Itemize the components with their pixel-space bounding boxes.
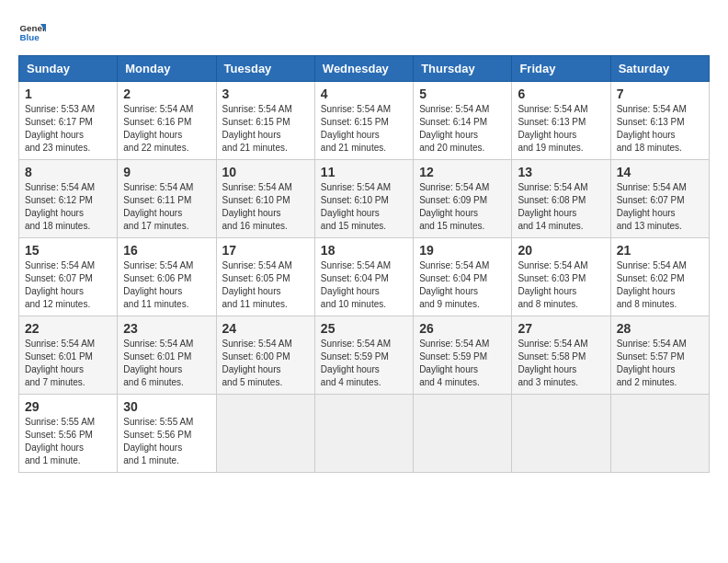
day-info: Sunrise: 5:54 AMSunset: 6:16 PMDaylight …	[123, 104, 193, 153]
calendar-cell: 16Sunrise: 5:54 AMSunset: 6:06 PMDayligh…	[118, 238, 216, 316]
day-number: 10	[222, 165, 309, 179]
day-number: 17	[222, 243, 309, 258]
day-info: Sunrise: 5:54 AMSunset: 6:07 PMDaylight …	[617, 182, 687, 231]
day-info: Sunrise: 5:54 AMSunset: 6:01 PMDaylight …	[123, 339, 193, 387]
calendar-cell: 2Sunrise: 5:54 AMSunset: 6:16 PMDaylight…	[118, 82, 216, 160]
calendar-cell	[314, 395, 413, 473]
day-info: Sunrise: 5:55 AMSunset: 5:56 PMDaylight …	[25, 417, 95, 465]
day-info: Sunrise: 5:54 AMSunset: 6:00 PMDaylight …	[222, 339, 292, 387]
day-info: Sunrise: 5:54 AMSunset: 6:02 PMDaylight …	[617, 260, 687, 309]
calendar-week-2: 8Sunrise: 5:54 AMSunset: 6:12 PMDaylight…	[19, 160, 710, 238]
day-number: 20	[518, 243, 604, 258]
calendar-cell: 18Sunrise: 5:54 AMSunset: 6:04 PMDayligh…	[314, 238, 413, 316]
day-info: Sunrise: 5:54 AMSunset: 5:59 PMDaylight …	[321, 339, 391, 387]
calendar-cell: 7Sunrise: 5:54 AMSunset: 6:13 PMDaylight…	[610, 82, 709, 160]
calendar-cell: 14Sunrise: 5:54 AMSunset: 6:07 PMDayligh…	[610, 160, 709, 238]
day-header-wednesday: Wednesday	[314, 56, 413, 82]
day-info: Sunrise: 5:54 AMSunset: 6:14 PMDaylight …	[419, 104, 489, 153]
day-info: Sunrise: 5:55 AMSunset: 5:56 PMDaylight …	[123, 417, 193, 465]
calendar-week-4: 22Sunrise: 5:54 AMSunset: 6:01 PMDayligh…	[19, 316, 710, 395]
calendar-cell: 19Sunrise: 5:54 AMSunset: 6:04 PMDayligh…	[414, 238, 512, 316]
calendar-cell: 9Sunrise: 5:54 AMSunset: 6:11 PMDaylight…	[118, 160, 216, 238]
day-number: 3	[222, 86, 309, 101]
logo: General Blue	[18, 18, 46, 46]
day-number: 9	[123, 165, 210, 179]
day-number: 12	[419, 165, 506, 179]
calendar-cell: 20Sunrise: 5:54 AMSunset: 6:03 PMDayligh…	[512, 238, 610, 316]
calendar-cell	[216, 395, 314, 473]
day-number: 7	[617, 86, 703, 101]
calendar-cell: 1Sunrise: 5:53 AMSunset: 6:17 PMDaylight…	[19, 82, 118, 160]
day-number: 1	[25, 86, 111, 101]
calendar-week-3: 15Sunrise: 5:54 AMSunset: 6:07 PMDayligh…	[19, 238, 710, 316]
calendar-cell: 17Sunrise: 5:54 AMSunset: 6:05 PMDayligh…	[216, 238, 314, 316]
calendar-cell: 4Sunrise: 5:54 AMSunset: 6:15 PMDaylight…	[314, 82, 413, 160]
day-info: Sunrise: 5:54 AMSunset: 6:09 PMDaylight …	[419, 182, 489, 231]
day-number: 28	[617, 321, 703, 336]
day-info: Sunrise: 5:54 AMSunset: 6:11 PMDaylight …	[123, 182, 193, 231]
day-number: 26	[419, 321, 506, 336]
day-info: Sunrise: 5:54 AMSunset: 6:08 PMDaylight …	[518, 182, 587, 231]
day-info: Sunrise: 5:54 AMSunset: 5:59 PMDaylight …	[419, 339, 489, 387]
day-info: Sunrise: 5:54 AMSunset: 6:15 PMDaylight …	[222, 104, 292, 153]
day-number: 19	[419, 243, 506, 258]
day-number: 18	[321, 243, 407, 258]
calendar-cell	[414, 395, 512, 473]
day-number: 14	[617, 165, 703, 179]
day-number: 27	[518, 321, 604, 336]
day-number: 8	[25, 165, 111, 179]
day-number: 23	[123, 321, 210, 336]
page-header: General Blue	[18, 18, 710, 46]
day-number: 15	[25, 243, 111, 258]
day-info: Sunrise: 5:54 AMSunset: 6:13 PMDaylight …	[518, 104, 587, 153]
day-number: 4	[321, 86, 407, 101]
day-info: Sunrise: 5:54 AMSunset: 6:06 PMDaylight …	[123, 260, 193, 309]
day-number: 16	[123, 243, 210, 258]
day-number: 6	[518, 86, 604, 101]
calendar-cell: 5Sunrise: 5:54 AMSunset: 6:14 PMDaylight…	[414, 82, 512, 160]
day-header-saturday: Saturday	[610, 56, 709, 82]
calendar-cell: 21Sunrise: 5:54 AMSunset: 6:02 PMDayligh…	[610, 238, 709, 316]
day-number: 22	[25, 321, 111, 336]
logo-icon: General Blue	[18, 18, 46, 46]
calendar-cell: 12Sunrise: 5:54 AMSunset: 6:09 PMDayligh…	[414, 160, 512, 238]
day-number: 25	[321, 321, 407, 336]
day-info: Sunrise: 5:54 AMSunset: 6:15 PMDaylight …	[321, 104, 391, 153]
day-number: 24	[222, 321, 309, 336]
day-info: Sunrise: 5:54 AMSunset: 5:57 PMDaylight …	[617, 339, 687, 387]
day-info: Sunrise: 5:54 AMSunset: 6:07 PMDaylight …	[25, 260, 95, 309]
calendar-cell: 22Sunrise: 5:54 AMSunset: 6:01 PMDayligh…	[19, 316, 118, 395]
calendar-cell: 6Sunrise: 5:54 AMSunset: 6:13 PMDaylight…	[512, 82, 610, 160]
svg-text:Blue: Blue	[20, 32, 40, 42]
calendar-body: 1Sunrise: 5:53 AMSunset: 6:17 PMDaylight…	[19, 82, 710, 473]
calendar-cell: 15Sunrise: 5:54 AMSunset: 6:07 PMDayligh…	[19, 238, 118, 316]
day-number: 30	[123, 399, 210, 414]
calendar-cell: 13Sunrise: 5:54 AMSunset: 6:08 PMDayligh…	[512, 160, 610, 238]
day-info: Sunrise: 5:54 AMSunset: 6:04 PMDaylight …	[321, 260, 391, 309]
day-info: Sunrise: 5:54 AMSunset: 5:58 PMDaylight …	[518, 339, 587, 387]
calendar-table: SundayMondayTuesdayWednesdayThursdayFrid…	[18, 55, 710, 473]
day-info: Sunrise: 5:54 AMSunset: 6:12 PMDaylight …	[25, 182, 95, 231]
calendar-cell: 23Sunrise: 5:54 AMSunset: 6:01 PMDayligh…	[118, 316, 216, 395]
calendar-cell: 24Sunrise: 5:54 AMSunset: 6:00 PMDayligh…	[216, 316, 314, 395]
calendar-cell	[610, 395, 709, 473]
calendar-week-1: 1Sunrise: 5:53 AMSunset: 6:17 PMDaylight…	[19, 82, 710, 160]
day-number: 29	[25, 399, 111, 414]
day-header-monday: Monday	[118, 56, 216, 82]
day-header-thursday: Thursday	[414, 56, 512, 82]
day-number: 13	[518, 165, 604, 179]
day-number: 5	[419, 86, 506, 101]
calendar-week-5: 29Sunrise: 5:55 AMSunset: 5:56 PMDayligh…	[19, 395, 710, 473]
calendar-cell: 28Sunrise: 5:54 AMSunset: 5:57 PMDayligh…	[610, 316, 709, 395]
day-header-sunday: Sunday	[19, 56, 118, 82]
day-header-friday: Friday	[512, 56, 610, 82]
calendar-cell: 26Sunrise: 5:54 AMSunset: 5:59 PMDayligh…	[414, 316, 512, 395]
day-info: Sunrise: 5:54 AMSunset: 6:13 PMDaylight …	[617, 104, 687, 153]
calendar-cell: 8Sunrise: 5:54 AMSunset: 6:12 PMDaylight…	[19, 160, 118, 238]
day-info: Sunrise: 5:54 AMSunset: 6:10 PMDaylight …	[321, 182, 391, 231]
calendar-cell: 10Sunrise: 5:54 AMSunset: 6:10 PMDayligh…	[216, 160, 314, 238]
day-info: Sunrise: 5:54 AMSunset: 6:10 PMDaylight …	[222, 182, 292, 231]
day-info: Sunrise: 5:54 AMSunset: 6:01 PMDaylight …	[25, 339, 95, 387]
calendar-cell: 29Sunrise: 5:55 AMSunset: 5:56 PMDayligh…	[19, 395, 118, 473]
day-number: 2	[123, 86, 210, 101]
